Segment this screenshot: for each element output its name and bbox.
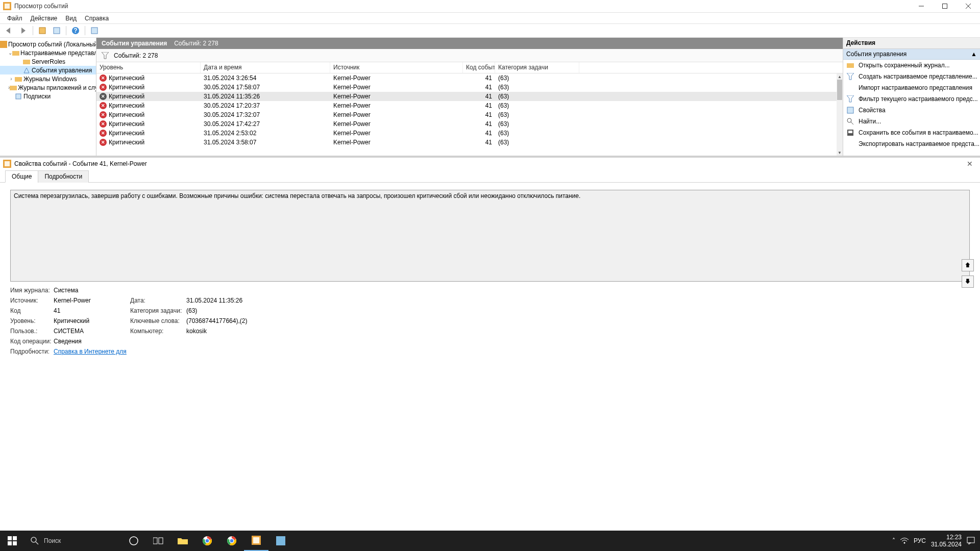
svg-marker-22	[847, 73, 854, 80]
start-button[interactable]	[0, 531, 24, 551]
actions-panel: Действия События управления ▲ Открыть со…	[843, 38, 980, 156]
actions-section[interactable]: События управления ▲	[843, 49, 980, 60]
svg-marker-21	[847, 63, 854, 68]
date-value: 31.05.2024 11:35:26	[186, 297, 288, 304]
actions-item[interactable]: Фильтр текущего настраиваемого предс...	[843, 93, 980, 105]
minimize-button[interactable]	[910, 0, 933, 12]
action-icon	[846, 140, 854, 148]
svg-rect-8	[39, 28, 45, 34]
scroll-thumb[interactable]	[837, 80, 842, 100]
taskbar-chrome-2[interactable]	[219, 531, 244, 551]
svg-rect-49	[276, 536, 285, 545]
filter-icon	[102, 52, 109, 59]
col-task[interactable]: Категория задачи	[495, 62, 579, 73]
table-row[interactable]: ✕Критический30.05.2024 17:58:07Kernel-Po…	[96, 83, 837, 92]
tray-chevron-icon[interactable]: ˄	[892, 537, 895, 544]
table-row[interactable]: ✕Критический31.05.2024 3:26:54Kernel-Pow…	[96, 73, 837, 83]
svg-point-37	[130, 537, 138, 545]
actions-item[interactable]: Открыть сохраненный журнал...	[843, 60, 980, 71]
actions-item[interactable]: Сохранить все события в настраиваемо...	[843, 127, 980, 138]
actions-item[interactable]: Создать настраиваемое представление...	[843, 71, 980, 82]
table-row[interactable]: ✕Критический30.05.2024 17:32:07Kernel-Po…	[96, 110, 837, 119]
actions-item[interactable]: Найти...	[843, 116, 980, 127]
svg-line-26	[851, 122, 853, 124]
taskbar-cortana[interactable]	[121, 531, 146, 551]
svg-rect-12	[91, 28, 97, 34]
tree-windows-logs[interactable]: ›Журналы Windows	[0, 74, 96, 83]
help-icon[interactable]: ?	[69, 25, 82, 36]
tab-details[interactable]: Подробности	[38, 170, 89, 183]
tree-admin-events[interactable]: События управления	[0, 66, 96, 74]
col-code[interactable]: Код события	[463, 62, 495, 73]
svg-rect-39	[159, 538, 163, 544]
col-level[interactable]: Уровень	[96, 62, 201, 73]
col-date[interactable]: Дата и время	[201, 62, 330, 73]
properties-close-button[interactable]: ✕	[960, 160, 980, 168]
next-event-button[interactable]: 🡇	[962, 276, 974, 288]
grid-scrollbar[interactable]: ▲ ▼	[837, 73, 843, 156]
tray-lang[interactable]: РУС	[914, 537, 926, 544]
back-button[interactable]	[3, 25, 15, 36]
close-button[interactable]	[957, 0, 980, 12]
actions-item[interactable]: Свойства	[843, 105, 980, 116]
action-icon	[846, 117, 854, 126]
tree-root[interactable]: Просмотр событий (Локальный)	[0, 40, 96, 48]
table-row[interactable]: ✕Критический30.05.2024 17:42:27Kernel-Po…	[96, 119, 837, 129]
toolbar-btn-2[interactable]	[51, 25, 63, 36]
menu-help[interactable]: Справка	[81, 14, 113, 23]
svg-point-50	[903, 542, 905, 544]
keywords-value: (70368744177664),(2)	[186, 317, 288, 324]
tree-server-roles[interactable]: ServerRoles	[0, 57, 96, 66]
grid-header: Уровень Дата и время Источник Код событи…	[96, 62, 843, 73]
tray-wifi-icon[interactable]	[900, 538, 909, 544]
collapse-icon[interactable]: ▲	[971, 51, 977, 58]
table-row[interactable]: ✕Критический31.05.2024 11:35:26Kernel-Po…	[96, 92, 837, 101]
svg-rect-31	[8, 536, 12, 540]
tab-general[interactable]: Общие	[5, 170, 38, 183]
svg-marker-6	[6, 28, 10, 34]
tree-subscriptions[interactable]: Подписки	[0, 92, 96, 101]
svg-rect-28	[848, 131, 852, 133]
event-grid: Уровень Дата и время Источник Код событи…	[96, 62, 843, 156]
taskbar-taskview[interactable]	[146, 531, 170, 551]
table-row[interactable]: ✕Критический31.05.2024 2:53:02Kernel-Pow…	[96, 129, 837, 138]
center-title: События управления	[102, 40, 167, 47]
action-icon	[846, 129, 854, 137]
svg-marker-20	[102, 52, 109, 59]
search-icon	[31, 537, 39, 545]
forward-button[interactable]	[17, 25, 30, 36]
table-row[interactable]: ✕Критический30.05.2024 17:20:37Kernel-Po…	[96, 101, 837, 110]
taskbar-app-other[interactable]	[268, 531, 293, 551]
tree-custom-views[interactable]: ⌄Настраиваемые представления	[0, 48, 96, 57]
toolbar-btn-3[interactable]	[88, 25, 101, 36]
toolbar-btn-1[interactable]	[36, 25, 48, 36]
actions-item[interactable]: Экспортировать настраиваемое предста...	[843, 138, 980, 149]
table-row[interactable]: ✕Критический31.05.2024 3:58:07Kernel-Pow…	[96, 138, 837, 147]
taskbar-explorer[interactable]	[170, 531, 195, 551]
menu-view[interactable]: Вид	[61, 14, 81, 23]
taskbar-chrome[interactable]	[195, 531, 219, 551]
taskbar-search[interactable]: Поиск	[24, 531, 121, 551]
svg-point-25	[847, 118, 851, 122]
prev-event-button[interactable]: 🡅	[962, 259, 974, 271]
svg-marker-23	[847, 95, 854, 102]
svg-rect-33	[8, 541, 12, 545]
svg-point-43	[205, 539, 209, 543]
tray-clock[interactable]: 12:23 31.05.2024	[931, 534, 962, 548]
tray-notifications-icon[interactable]	[967, 537, 975, 545]
svg-rect-13	[0, 41, 7, 48]
scroll-down-icon[interactable]: ▼	[837, 149, 843, 156]
menu-file[interactable]: Файл	[3, 14, 27, 23]
error-icon: ✕	[100, 84, 107, 91]
col-source[interactable]: Источник	[330, 62, 463, 73]
center-header: События управления Событий: 2 278	[96, 38, 843, 49]
details-link[interactable]: Справка в Интернете для	[54, 348, 288, 355]
properties-titlebar: Свойства событий - Событие 41, Kernel-Po…	[0, 158, 980, 170]
taskbar-eventviewer[interactable]	[244, 531, 268, 551]
maximize-button[interactable]	[933, 0, 957, 12]
tree-app-logs[interactable]: ›Журналы приложений и служб	[0, 83, 96, 92]
code-value: 41	[54, 307, 130, 314]
actions-item[interactable]: Импорт настраиваемого представления	[843, 82, 980, 93]
menu-action[interactable]: Действие	[27, 14, 62, 23]
scroll-up-icon[interactable]: ▲	[837, 73, 843, 80]
